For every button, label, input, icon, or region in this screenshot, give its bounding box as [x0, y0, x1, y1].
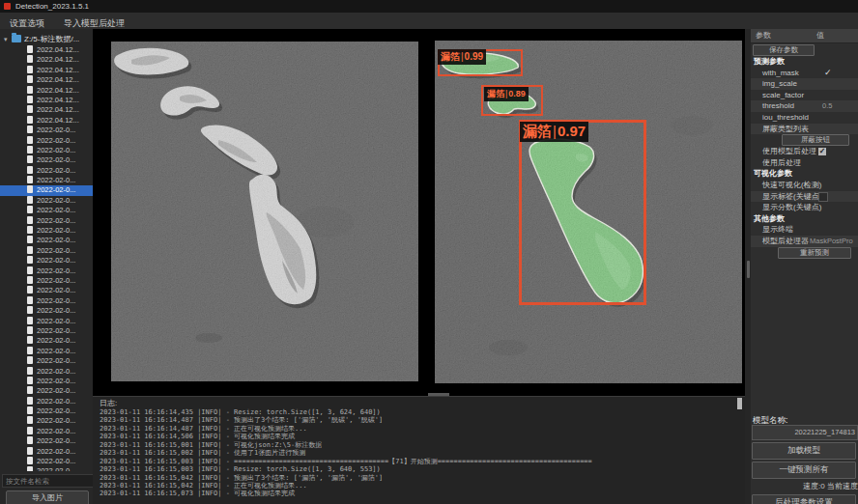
param-row[interactable]: 显示标签(关键点) [751, 191, 858, 203]
log-title: 日志: [100, 398, 117, 408]
tree-item[interactable]: 2022-02-0... [0, 236, 93, 245]
tree-item[interactable]: 2022-02-0... [0, 377, 93, 386]
tree-item-label: 2022-02-0... [37, 427, 75, 435]
tree-item-label: 2022-02-0... [37, 236, 75, 244]
tree-item[interactable]: 2022.04.12... [0, 66, 93, 75]
tree-item-label: 2022-02-0... [37, 406, 75, 415]
log-line: 2023-01-11 16:16:14,435 |INFO| - Resize:… [100, 408, 741, 416]
tree-item[interactable]: 2022-02-0... [0, 206, 93, 215]
file-icon [27, 427, 33, 434]
log-line: 2023-01-11 16:16:15,042 |INFO| - 预测出了3个结… [100, 474, 741, 482]
checkbox-unchecked[interactable] [818, 192, 828, 202]
tree-item[interactable]: 2022-02-0... [0, 166, 93, 176]
tree-item[interactable]: 2022-02-0... [0, 406, 93, 416]
menu-bar: 设置选项导入模型后处理 [0, 13, 858, 30]
tree-item[interactable]: 2022-02-0... [0, 196, 93, 206]
file-icon [27, 66, 33, 73]
tree-item[interactable]: 2022.04.12... [0, 86, 93, 96]
param-row[interactable]: 屏蔽类型列表 [751, 124, 858, 135]
tree-item-label: 2022-02-0... [37, 266, 75, 275]
tree-item-label: 2022-02-0... [37, 256, 75, 265]
filename-search-input[interactable] [2, 474, 95, 488]
param-button[interactable]: 重新预测 [778, 247, 851, 259]
tree-item[interactable]: 2022-02-0... [0, 216, 93, 226]
param-row[interactable]: img_scale [751, 78, 858, 90]
file-icon [27, 317, 33, 324]
file-icon [27, 105, 33, 113]
param-label: scale_factor [762, 91, 804, 99]
tree-item[interactable]: 2022-02-0... [0, 436, 93, 446]
tree-item[interactable]: 2022-02-0... [0, 256, 93, 266]
param-row[interactable]: threshold0.5 [751, 100, 858, 112]
tree-item[interactable]: 2022-02-0... [0, 246, 93, 256]
title-bar: Detection_2023.1.5.1 [0, 0, 858, 13]
save-params-button[interactable]: 保存参数 [753, 44, 815, 56]
tree-item[interactable]: 2022-02-0... [0, 185, 93, 195]
param-button[interactable]: 屏蔽按钮 [782, 134, 849, 146]
tree-item[interactable]: 2022-02-0... [0, 447, 93, 457]
app-logo-icon [4, 3, 11, 10]
tree-item[interactable]: 2022-02-0... [0, 427, 93, 436]
param-row[interactable]: 使用模型后处理✓ [751, 146, 858, 157]
tree-item[interactable]: 2022.04.12... [0, 105, 93, 115]
param-row[interactable]: 显示分数(关键点) [751, 202, 858, 213]
param-row[interactable]: with_mask✓ [751, 68, 858, 79]
param-label: with_mask [762, 69, 799, 77]
param-row[interactable]: 使用后处理 [751, 157, 858, 169]
tree-item[interactable]: 2022-02-0... [0, 146, 93, 155]
tree-item[interactable]: 2022-02-0... [0, 266, 93, 276]
tree-item[interactable]: 2022.04.12... [0, 116, 93, 126]
tree-item[interactable]: 2022-02-0... [0, 326, 93, 336]
tree-item[interactable]: 2022-02-0... [0, 416, 93, 426]
tree-item-label: 2022.04.12... [37, 86, 79, 95]
file-icon [27, 386, 33, 394]
tree-item[interactable]: 2022-02-0... [0, 347, 93, 356]
tree-item-label: 2022-02-0... [37, 166, 75, 175]
param-row[interactable]: scale_factor [751, 90, 858, 101]
tree-item[interactable]: 2022-02-0... [0, 306, 93, 316]
tree-item[interactable]: 2022-02-0... [0, 226, 93, 236]
tree-item[interactable]: 2022-02-0... [0, 126, 93, 135]
tree-item[interactable]: 2022-02-0... [0, 296, 93, 306]
file-icon [27, 397, 33, 405]
tree-item[interactable]: 2022.04.12... [0, 45, 93, 55]
tree-item[interactable]: 2022.04.12... [0, 75, 93, 85]
tree-root-folder[interactable]: ▾Z:/5-标注数据/... [0, 33, 93, 45]
tree-item[interactable]: 2022.04.12... [0, 96, 93, 105]
tree-item[interactable]: 2022.04.12... [0, 55, 93, 65]
tree-item[interactable]: 2022-02-0... [0, 276, 93, 286]
param-row[interactable]: 显示终端 [751, 224, 858, 236]
param-row[interactable]: 模型后处理器MaskPostPro [751, 236, 858, 247]
import-images-button[interactable]: 导入图片 [6, 490, 89, 504]
tree-item[interactable]: 2022-02-0... [0, 155, 93, 165]
predict-all-button[interactable]: 一键预测所有 [752, 462, 856, 479]
tree-item-label: 2022-02-0... [37, 356, 75, 365]
tree-item-label: 2022-02-0... [37, 367, 75, 376]
param-row[interactable]: iou_threshold [751, 112, 858, 124]
checkbox-checked[interactable]: ✓ [818, 148, 826, 155]
tree-item[interactable]: 2022-02-0... [0, 336, 93, 346]
tree-item[interactable]: 2022-02-0... [0, 176, 93, 185]
param-row[interactable]: 快速可视化(检测) [751, 180, 858, 191]
load-model-button[interactable]: 加载模型 [752, 442, 856, 460]
tree-item[interactable]: 2022-02-0... [0, 457, 93, 466]
tree-item[interactable]: 2022-02-0... [0, 356, 93, 366]
splitter-handle[interactable] [747, 261, 750, 278]
tree-item[interactable]: 2022-02-0... [0, 466, 93, 471]
tree-root-label: Z:/5-标注数据/... [24, 35, 79, 43]
tree-item[interactable]: 2022-02-0... [0, 286, 93, 295]
param-label: 使用模型后处理 [762, 147, 816, 155]
tree-item-label: 2022-02-0... [37, 126, 75, 134]
tree-item[interactable]: 2022-02-0... [0, 136, 93, 146]
tree-item[interactable]: 2022-02-0... [0, 367, 93, 377]
param-label: 显示分数(关键点) [762, 203, 821, 211]
param-value: MaskPostPro [810, 236, 853, 247]
progress-text: 速度:0 当前速度 [751, 481, 858, 491]
postprocess-settings-button[interactable]: 后处理参数设置 [752, 494, 856, 504]
tree-item[interactable]: 2022-02-0... [0, 397, 93, 406]
tree-item[interactable]: 2022-02-0... [0, 386, 93, 396]
tree-item[interactable]: 2022-02-0... [0, 317, 93, 326]
model-name-field[interactable]: 20221225_174813 [752, 425, 858, 440]
tree-item-label: 2022-02-0... [37, 146, 75, 154]
log-scrollbar[interactable] [737, 398, 742, 409]
